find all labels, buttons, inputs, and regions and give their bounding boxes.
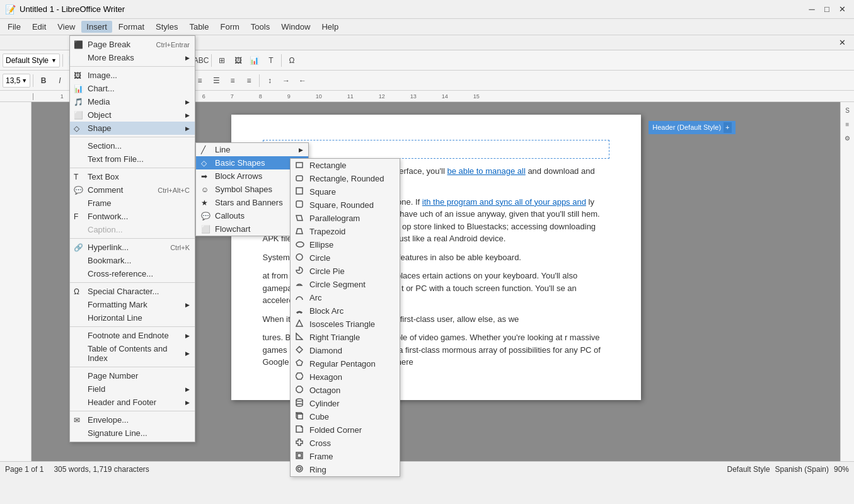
insert-chart[interactable]: 📊 Chart... — [70, 82, 195, 95]
bs-circle[interactable]: Circle — [291, 251, 400, 265]
menu-form[interactable]: Form — [215, 21, 244, 33]
insert-hline[interactable]: Horizontal Line — [70, 311, 195, 324]
align-center-button[interactable]: ☰ — [209, 73, 224, 88]
menu-insert[interactable]: Insert — [81, 21, 112, 33]
bs-arc[interactable]: Arc — [291, 291, 400, 304]
bs-square[interactable]: Square — [291, 185, 400, 198]
insert-frame[interactable]: Frame — [70, 197, 195, 210]
bs-diamond[interactable]: Diamond — [291, 344, 400, 357]
shape-line[interactable]: ╱ Line ▶ — [196, 143, 308, 156]
menu-help[interactable]: Help — [316, 21, 343, 33]
maximize-button[interactable]: □ — [820, 3, 834, 16]
insert-envelope[interactable]: ✉ Envelope... — [70, 413, 195, 427]
bold-button[interactable]: B — [36, 73, 51, 88]
insert-fontwork[interactable]: F Fontwork... — [70, 210, 195, 223]
bs-rect-rounded[interactable]: Rectangle, Rounded — [291, 172, 400, 185]
line-spacing-button[interactable]: ↕ — [262, 73, 277, 88]
bs-octagon[interactable]: Octagon — [291, 384, 400, 397]
insert-image[interactable]: 🖼 Image... — [70, 69, 195, 82]
italic-button[interactable]: I — [52, 73, 67, 88]
insert-textfromfile[interactable]: Text from File... — [70, 152, 195, 166]
app-icon: 📝 — [5, 4, 16, 14]
spell-button[interactable]: ABC — [193, 53, 209, 68]
minimize-button[interactable]: ─ — [805, 3, 819, 16]
insert-shape[interactable]: ◇ Shape ▶ — [70, 122, 195, 135]
insert-toc[interactable]: Table of Contents and Index ▶ — [70, 342, 195, 365]
circle-icon — [296, 253, 303, 263]
insert-comment[interactable]: 💬 Comment Ctrl+Alt+C — [70, 183, 195, 197]
bs-hexagon[interactable]: Hexagon — [291, 370, 400, 384]
justify-button[interactable]: ≡ — [241, 73, 257, 88]
bs-ring[interactable]: Ring — [291, 463, 400, 476]
bs-block-arc[interactable]: Block Arc — [291, 304, 400, 318]
bs-regular-pentagon[interactable]: Regular Pentagon — [291, 357, 400, 370]
crossref-label: Cross-reference... — [88, 269, 153, 278]
bs-square-rounded[interactable]: Square, Rounded — [291, 198, 400, 212]
insert-headerfooter[interactable]: Header and Footer ▶ — [70, 396, 195, 409]
insert-media[interactable]: 🎵 Media ▶ — [70, 95, 195, 108]
properties-button[interactable]: ⚙ — [842, 132, 853, 144]
menu-table[interactable]: Table — [184, 21, 214, 33]
bs-frame[interactable]: Frame — [291, 450, 400, 463]
svg-point-26 — [298, 467, 301, 471]
chart-button[interactable]: 📊 — [247, 53, 262, 68]
insert-formattingmark[interactable]: Formatting Mark ▶ — [70, 298, 195, 311]
special-char-button[interactable]: Ω — [284, 53, 299, 68]
textbox-button[interactable]: T — [263, 53, 279, 68]
pagebreak-shortcut: Ctrl+Entrar — [156, 41, 190, 49]
outdent-button[interactable]: ← — [295, 73, 310, 88]
navigator-button[interactable]: ≡ — [842, 118, 853, 130]
bs-parallelogram[interactable]: Parallelogram — [291, 212, 400, 225]
insert-signature[interactable]: Signature Line... — [70, 427, 195, 440]
insert-textbox[interactable]: T Text Box — [70, 170, 195, 183]
menu-view[interactable]: View — [52, 21, 80, 33]
bs-cylinder-label: Cylinder — [309, 399, 340, 408]
header-add-icon[interactable]: + — [724, 122, 731, 133]
insert-field[interactable]: Field ▶ — [70, 382, 195, 396]
bs-isosceles[interactable]: Isosceles Triangle — [291, 318, 400, 331]
menu-styles[interactable]: Styles — [151, 21, 183, 33]
bs-circle-segment[interactable]: Circle Segment — [291, 278, 400, 291]
header-box: Header Header (Default Style) + — [263, 140, 609, 159]
insert-hyperlink[interactable]: 🔗 Hyperlink... Ctrl+K — [70, 241, 195, 254]
insert-morebreaks[interactable]: More Breaks ▶ — [70, 51, 195, 64]
insert-crossref[interactable]: Cross-reference... — [70, 267, 195, 280]
insert-section[interactable]: Section... — [70, 139, 195, 152]
insert-close-button[interactable]: ✕ — [835, 36, 849, 50]
table-button[interactable]: ⊞ — [214, 53, 229, 68]
image-button[interactable]: 🖼 — [231, 53, 246, 68]
styles-button[interactable]: S — [842, 105, 853, 116]
textbox-menu-icon: T — [74, 173, 78, 181]
bs-folded-corner[interactable]: Folded Corner — [291, 423, 400, 437]
bs-circle-pie[interactable]: Circle Pie — [291, 265, 400, 278]
menu-tools[interactable]: Tools — [246, 21, 275, 33]
menu-window[interactable]: Window — [276, 21, 315, 33]
media-menu-label: Media — [88, 97, 110, 106]
insert-pagebreak[interactable]: ⬛ Page Break Ctrl+Entrar — [70, 38, 195, 51]
bs-rectangle[interactable]: Rectangle — [291, 159, 400, 172]
font-size-dropdown[interactable]: 13,5 ▼ — [3, 74, 30, 88]
bs-right-triangle[interactable]: Right Triangle — [291, 331, 400, 344]
app-title: Untitled 1 - LibreOffice Writer — [20, 4, 125, 14]
insert-specialchar[interactable]: Ω Special Character... — [70, 285, 195, 298]
menu-file[interactable]: File — [3, 21, 26, 33]
shape-stars-label: Stars and Banners — [215, 198, 283, 207]
media-menu-icon: 🎵 — [74, 98, 83, 106]
bs-trapezoid[interactable]: Trapezoid — [291, 225, 400, 238]
bs-ellipse[interactable]: Ellipse — [291, 238, 400, 251]
bs-cube[interactable]: Cube — [291, 410, 400, 423]
menu-format[interactable]: Format — [113, 21, 149, 33]
bs-cross[interactable]: Cross — [291, 437, 400, 450]
insert-footnote[interactable]: Footnote and Endnote ▶ — [70, 329, 195, 342]
insert-caption[interactable]: Caption... — [70, 223, 195, 236]
menu-edit[interactable]: Edit — [27, 21, 51, 33]
insert-pagenumber[interactable]: Page Number — [70, 369, 195, 382]
align-right-button[interactable]: ≡ — [225, 73, 240, 88]
bs-cylinder[interactable]: Cylinder — [291, 397, 400, 410]
insert-object[interactable]: ⬜ Object ▶ — [70, 108, 195, 122]
insert-bookmark[interactable]: Bookmark... — [70, 254, 195, 267]
indent-button[interactable]: → — [279, 73, 294, 88]
style-dropdown[interactable]: Default Style ▼ — [3, 54, 60, 67]
doc-style: Default Style — [727, 465, 770, 474]
close-button[interactable]: ✕ — [835, 3, 849, 16]
